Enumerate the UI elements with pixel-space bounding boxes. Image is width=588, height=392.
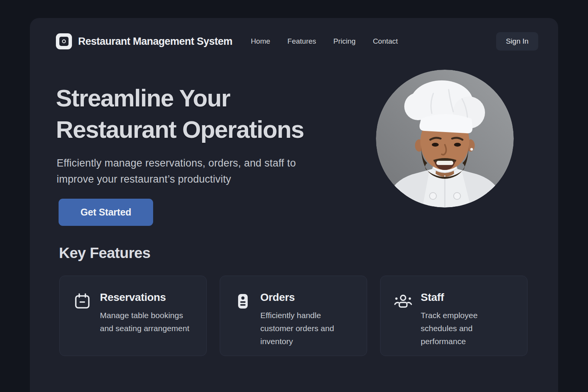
people-icon: [394, 292, 412, 310]
brand-title: Restaurant Management System: [78, 36, 232, 47]
features-heading: Key Features: [59, 245, 150, 261]
hero-title: Streamline Your Restaurant Operations: [56, 82, 304, 145]
brand: Restaurant Management System: [56, 33, 232, 49]
receipt-icon: [234, 292, 252, 310]
main-panel: Restaurant Management System Home Featur…: [30, 18, 558, 392]
nav-link-home[interactable]: Home: [251, 37, 270, 46]
card-title: Staff: [421, 291, 516, 304]
hero-subtitle: Efficiently manage reservations, orders,…: [57, 155, 325, 187]
main-nav: Home Features Pricing Contact: [251, 37, 398, 46]
feature-card-orders: Orders Efficiently handle customer order…: [220, 276, 367, 356]
hero-title-line1: Streamline Your: [56, 82, 304, 114]
header: Restaurant Management System Home Featur…: [56, 32, 538, 51]
card-description: Efficiently handle customer orders and i…: [260, 309, 355, 348]
card-description: Manage table bookings and seating arrang…: [100, 309, 195, 335]
card-title: Reservations: [100, 291, 195, 304]
feature-cards: Reservations Manage table bookings and s…: [59, 276, 528, 356]
app-logo-icon: [56, 33, 72, 49]
get-started-button[interactable]: Get Started: [59, 199, 153, 226]
hero-title-line2: Restaurant Operations: [56, 114, 304, 145]
nav-link-pricing[interactable]: Pricing: [333, 37, 356, 46]
chef-portrait-illustration: [376, 70, 514, 207]
feature-card-reservations: Reservations Manage table bookings and s…: [59, 276, 207, 356]
card-title: Orders: [260, 291, 355, 304]
nav-link-contact[interactable]: Contact: [373, 37, 398, 46]
sign-in-button[interactable]: Sign In: [496, 32, 538, 51]
card-description: Track employee schedules and performance: [421, 309, 516, 348]
calendar-icon: [73, 292, 91, 310]
feature-card-staff: Staff Track employee schedules and perfo…: [380, 276, 528, 356]
nav-link-features[interactable]: Features: [287, 37, 316, 46]
chef-portrait-photo: [376, 70, 514, 207]
